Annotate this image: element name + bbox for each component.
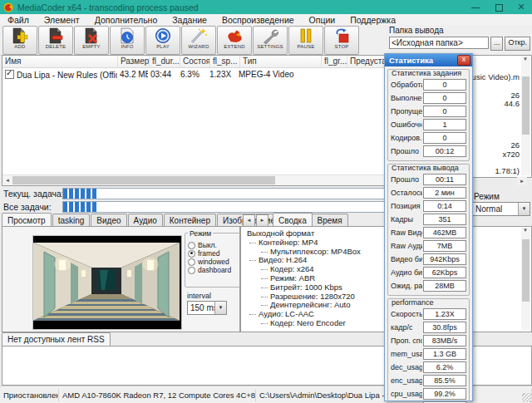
col-speed[interactable]: fl_sp... [210, 56, 240, 67]
minimize-icon[interactable] [470, 2, 480, 12]
radio-icon[interactable] [188, 258, 195, 266]
toolbar-label: PAUSE [298, 44, 315, 49]
mode-option-dashboard[interactable]: dashboard [188, 266, 239, 274]
tab-scroll-left-icon[interactable]: ◄ [243, 214, 255, 227]
col-status[interactable]: Состоя... [180, 56, 210, 67]
tab-scroll-right-icon[interactable]: ► [256, 214, 268, 227]
output-folder-input[interactable]: <Исходная папка> [389, 37, 489, 49]
stat-value: 00:12 [423, 145, 466, 157]
col-size[interactable]: Размер [118, 56, 150, 67]
chevron-down-icon[interactable] [214, 302, 226, 314]
empty-list-icon [82, 27, 101, 44]
toolbar-label: EXTEND [224, 44, 245, 49]
status-state: Приостановлено [0, 389, 59, 401]
maximize-icon[interactable] [494, 2, 504, 12]
preview-pane: Режим Выкл. framed windowed dashboard in… [2, 226, 240, 332]
toolbar-label: SETTINGS [257, 44, 283, 49]
radio-icon[interactable] [188, 242, 195, 249]
toolbar-label: PLAY [156, 44, 170, 49]
scroll-thumb[interactable] [522, 239, 530, 302]
file-info-vscrollbar[interactable] [521, 57, 530, 175]
menu-playback[interactable]: Воспроизведение [214, 15, 302, 25]
col-name[interactable]: Имя [2, 56, 118, 67]
stat-label: Осталось [391, 189, 422, 197]
tab-summary[interactable]: Сводка [273, 213, 313, 226]
scroll-thumb[interactable] [12, 176, 275, 184]
col-duration[interactable]: fl_dur... [150, 56, 180, 67]
mode-option-windowed[interactable]: windowed [188, 258, 239, 266]
performance-group: performance Скорость1.23X кадр/с30.8fps … [387, 298, 470, 403]
settings-button[interactable]: SETTINGS [253, 26, 288, 55]
col-group[interactable]: fl_gr... [322, 56, 347, 67]
stat-value: 2 мин [423, 187, 466, 199]
close-icon[interactable] [517, 2, 527, 12]
file-info-line: x720 [502, 150, 520, 159]
stat-label: Кодиров. (Мб) [391, 134, 422, 142]
tab-time[interactable]: Время [311, 214, 347, 227]
summary-vscrollbar[interactable] [521, 228, 530, 330]
stat-value: 83MB/s [423, 335, 466, 346]
play-button[interactable]: PLAY [145, 26, 180, 55]
delete-button[interactable]: DELETE [38, 26, 73, 55]
menu-options[interactable]: Опции [302, 15, 343, 25]
menu-support[interactable]: Поддержка [342, 15, 403, 25]
browse-button[interactable]: ... [490, 37, 504, 51]
stat-row: Позиция0:14 [391, 200, 466, 212]
menu-file[interactable]: Файл [0, 15, 37, 25]
file-name: Dua Lipa - New Rules (Official Musi... [17, 71, 117, 80]
tab-container[interactable]: Контейнер [164, 214, 216, 227]
mode-option-off[interactable]: Выкл. [188, 241, 239, 249]
stat-label: mem_usage [391, 350, 422, 358]
dialog-title-bar[interactable]: Статистика x [385, 54, 472, 66]
toolbar-label: ADD [14, 44, 25, 49]
menu-item[interactable]: Элемент [37, 15, 87, 25]
pause-icon [297, 27, 315, 44]
interval-value: 150 ms [188, 303, 214, 312]
stop-button[interactable]: STOP [324, 26, 359, 55]
group-title: performance [391, 298, 466, 307]
menu-advanced[interactable]: Дополнительно [87, 15, 165, 25]
col-type[interactable]: Тип [240, 56, 322, 67]
tab-preview[interactable]: Просмотр [2, 213, 52, 226]
menu-task[interactable]: Задание [165, 15, 214, 25]
interval-label: interval [187, 292, 211, 300]
radio-label: dashboard [198, 266, 231, 274]
stat-row: Ожид. размер28MB [391, 280, 466, 292]
wizard-button[interactable]: WIZARD [181, 26, 216, 55]
row-checkbox[interactable] [5, 70, 14, 79]
stat-label: dec_usage [391, 363, 422, 371]
video-preview[interactable] [32, 235, 182, 330]
stat-label: Видео битрейт [391, 255, 422, 263]
tab-scroll-buttons: ◄ ► [243, 214, 268, 227]
pause-button[interactable]: PAUSE [288, 26, 323, 55]
tab-audio[interactable]: Аудио [128, 214, 163, 227]
scroll-left-icon[interactable]: ◄ [2, 175, 12, 185]
tab-video[interactable]: Видео [91, 214, 126, 227]
task-mode-select[interactable]: Normal [472, 202, 530, 216]
radio-icon[interactable] [188, 267, 195, 274]
resize-grip[interactable] [522, 393, 531, 402]
tab-tasking[interactable]: tasking [52, 214, 91, 227]
stat-value: 351 [423, 214, 466, 225]
radio-label: windowed [198, 258, 229, 266]
interval-select[interactable]: 150 ms [187, 301, 227, 315]
mode-group-title: Режим [188, 229, 213, 238]
stat-value: 6.2% [423, 361, 466, 373]
info-button[interactable]: INFO [110, 26, 145, 55]
stat-row: dec_usage6.2% [391, 361, 466, 373]
statistics-dialog: Статистика x Статистика задания Обработа… [384, 53, 473, 401]
stat-row: Пропущено фай0 [391, 106, 466, 117]
add-button[interactable]: ADD [2, 26, 37, 55]
stat-row: Скорость1.23X [391, 308, 466, 320]
scroll-thumb[interactable] [522, 76, 530, 135]
chevron-down-icon[interactable] [518, 203, 530, 215]
stat-row: Осталось2 мин [391, 187, 466, 199]
scroll-right-icon[interactable]: ► [517, 177, 527, 185]
radio-icon[interactable] [188, 250, 195, 258]
dialog-close-icon[interactable]: x [457, 55, 470, 66]
empty-button[interactable]: EMPTY [74, 26, 109, 55]
extend-button[interactable]: EXTEND [217, 26, 252, 55]
open-folder-button[interactable]: Откр. [505, 37, 530, 51]
mode-option-framed[interactable]: framed [188, 249, 239, 258]
task-stats-group: Статистика задания Обработано0 Выполнено… [387, 69, 470, 161]
